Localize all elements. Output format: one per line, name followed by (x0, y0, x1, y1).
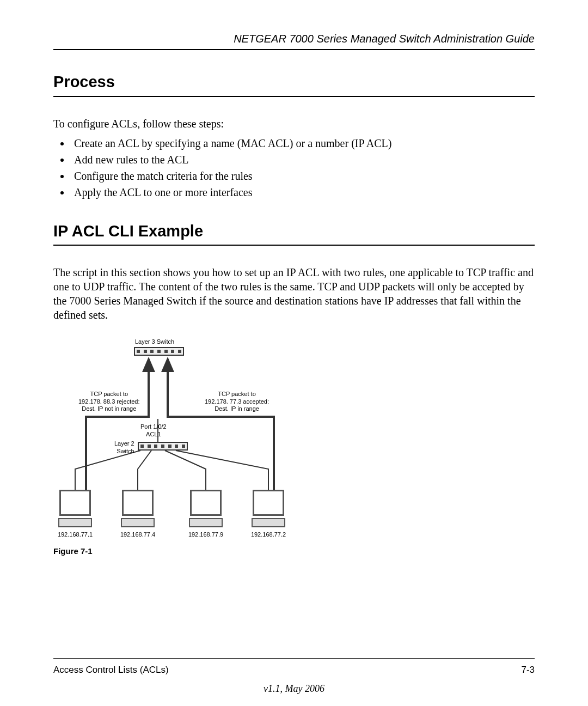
note-line: Layer 2 (114, 440, 134, 447)
document-title-header: NETGEAR 7000 Series Managed Switch Admin… (53, 32, 535, 46)
pc-4: 192.168.77.2 (249, 490, 287, 538)
tower-icon (252, 518, 285, 527)
tower-icon (58, 518, 92, 527)
pc-ip: 192.168.77.1 (56, 531, 94, 538)
note-line: 192.178. 88.3 rejected: (78, 398, 140, 405)
pc-2: 192.168.77.4 (119, 490, 157, 538)
monitor-icon (122, 490, 154, 516)
pc-3: 192.168.77.9 (187, 490, 225, 538)
footer-section-title: Access Control Lists (ACLs) (53, 664, 169, 676)
note-line: 192.178. 77.3 accepted: (205, 398, 269, 405)
note-line: Port 1/0/2 (140, 423, 167, 430)
heading-process: Process (53, 72, 535, 93)
ip-acl-example-body: The script in this section shows you how… (53, 265, 535, 322)
process-step: Add new rules to the ACL (71, 153, 535, 167)
note-line: ACL1 (146, 431, 161, 437)
pc-1: 192.168.77.1 (56, 490, 94, 538)
tower-icon (121, 518, 155, 527)
port-acl-label: Port 1/0/2 ACL1 (140, 423, 167, 437)
layer2-switch-icon (138, 442, 188, 451)
note-line: Dest. IP in range (215, 405, 259, 412)
note-line: Dest. IP not in range (82, 405, 136, 412)
section-rule-1 (53, 96, 535, 97)
tower-icon (189, 518, 223, 527)
footer-rule (53, 658, 535, 659)
layer3-switch-label: Layer 3 Switch (135, 338, 174, 345)
heading-ip-acl-example: IP ACL CLI Example (53, 221, 535, 242)
header-rule (53, 49, 535, 50)
layer2-switch-label: Layer 2 Switch (114, 440, 134, 454)
tcp-rejected-note: TCP packet to 192.178. 88.3 rejected: De… (78, 391, 140, 412)
monitor-icon (253, 490, 284, 516)
layer3-switch-icon (134, 347, 184, 356)
process-step: Create an ACL by specifying a name (MAC … (71, 136, 535, 150)
footer-page-number: 7-3 (521, 664, 535, 676)
page-footer: Access Control Lists (ACLs) 7-3 v1.1, Ma… (53, 658, 535, 695)
pc-ip: 192.168.77.2 (249, 531, 287, 538)
section-rule-2 (53, 245, 535, 246)
tcp-accepted-note: TCP packet to 192.178. 77.3 accepted: De… (205, 391, 269, 412)
process-intro: To configure ACLs, follow these steps: (53, 117, 535, 131)
network-diagram: Layer 3 Switch TCP packet to 192.178. 88… (53, 338, 304, 537)
monitor-icon (59, 490, 91, 516)
footer-version: v1.1, May 2006 (53, 683, 535, 695)
pc-ip: 192.168.77.9 (187, 531, 225, 538)
pc-ip: 192.168.77.4 (119, 531, 157, 538)
monitor-icon (190, 490, 222, 516)
process-step: Configure the match criteria for the rul… (71, 169, 535, 183)
process-steps-list: Create an ACL by specifying a name (MAC … (53, 136, 535, 199)
note-line: Switch (117, 448, 134, 454)
figure-caption: Figure 7-1 (53, 546, 535, 557)
process-step: Apply the ACL to one or more interfaces (71, 185, 535, 199)
note-line: TCP packet to (218, 391, 256, 397)
note-line: TCP packet to (90, 391, 128, 397)
